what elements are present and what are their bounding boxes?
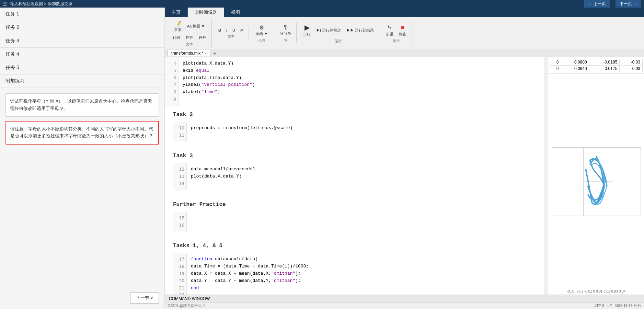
table-row: 9 [550,66,561,72]
ribbon-btn-run[interactable]: ▶ 运行 [301,22,313,38]
ribbon-btn-control[interactable]: 控件 [183,34,196,41]
ribbon-btn-italic[interactable]: I [224,27,230,33]
hamburger-icon[interactable]: ☰ [3,1,7,7]
ribbon-btn-run-advance[interactable]: ▶| 运行并前进 [314,27,343,34]
tasks145-title: Tasks 1, 4, & 5 [173,243,536,249]
ribbon-group-format-label: 文本 [228,34,234,39]
ribbon-btn-bold[interactable]: B [216,27,223,33]
ribbon-group-debug: ⤷ 步进 ■ 停止 运行 [381,22,412,44]
code-line-11 [191,132,531,139]
code-editor[interactable]: 456789 plot(data.X,data.Y) axis equal pl… [165,57,544,295]
tab-live-editor[interactable]: 实时编辑器 [188,8,224,17]
ribbon-btn-mono[interactable]: M [238,27,246,33]
code-line-22 [191,291,531,295]
code-line-5: axis equal [183,67,540,75]
sidebar-content: 尝试可视化字母（Y 对 X），以确保它们以原点为中心。检查代码是否无需任何修改即… [0,88,164,293]
prev-page-button[interactable]: ← 上一页 [584,0,610,8]
code-line-17: function data=scale(data) [191,256,531,263]
sidebar-item-practice[interactable]: 附加练习 [0,75,164,88]
task-description-text2: 请注意，字母的大小不应影响其分类。不同的人书写的字母大小不同。您是否可以添加更多… [10,126,153,139]
ribbon-toolbar: 📝 文本 Aa 标题 ▼ 代码 控件 任务 文本 B [165,17,644,49]
code-line-12: data =readall(preprocds) [191,166,531,173]
file-tab-close[interactable]: × [205,52,207,55]
ribbon-btn-step[interactable]: ⤷ 步进 [383,23,396,38]
section-task2: Task 2 1011 preprocds = transform(letter… [165,106,544,148]
ribbon-group-run-label: 运行 [335,39,342,44]
code-line-4: plot(data.X,data.Y) [183,60,540,67]
ribbon-btn-section-break[interactable]: ¶ 分节符 [277,23,294,37]
ribbon-btn-code[interactable]: 代码 [170,34,183,41]
table-cell-val6: -0.03 [620,66,643,72]
sidebar-item-task2[interactable]: 任务 2 [0,21,164,34]
code-block-top[interactable]: plot(data.X,data.Y) axis equal plot(data… [179,57,544,106]
line-numbers-fp: 1516 [173,212,187,232]
ribbon-group-text-label: 文本 [186,42,193,47]
line-numbers-task2: 1011 [173,122,187,142]
table-cell-val5: -0.0175 [589,66,620,72]
next-section-button[interactable]: 下一节 > [130,293,159,304]
ribbon-btn-underline[interactable]: U [230,27,238,33]
sidebar-item-task4[interactable]: 任务 4 [0,48,164,61]
code-line-10: preprocds = transform(letterds,@scale) [191,125,531,132]
sidebar-item-task3[interactable]: 任务 3 [0,34,164,48]
code-line-6: plot(data.Time,data.Y) [183,75,540,82]
next-btn-container: 下一节 > [0,293,164,309]
code-line-21: end [191,285,531,292]
further-practice-title: Further Practice [173,202,536,208]
restructure-icon: ⚙ [259,24,264,31]
ribbon-btn-stop[interactable]: ■ 停止 [396,23,409,38]
ribbon-btn-task[interactable]: 任务 [196,34,209,41]
ribbon-group-section-label: 节 [284,38,287,43]
ribbon-btn-text[interactable]: 📝 文本 [172,19,184,33]
ribbon-group-format: B I U M 文本 [213,26,249,39]
plot-axis-labels: -0.03 -0.02 -0.01 0 0.01 0.02 0.03 0.04 [548,289,644,295]
ribbon-group-code-label: 代码 [258,38,265,43]
task2-title: Task 2 [173,112,536,118]
task3-title: Task 3 [173,153,536,159]
line-numbers-task3: 121314 [173,163,187,190]
code-line-15 [191,215,531,222]
code-line-18: data.Time = (data.Time - data.Time(1))/1… [191,263,531,270]
scrollbar[interactable] [544,57,548,295]
sidebar: 任务 1 任务 2 任务 3 任务 4 任务 5 附加练习 尝试可视化字母（Y … [0,8,165,309]
ribbon-btn-run-to-end[interactable]: ▶▶ 运行到结果 [344,27,376,34]
text-icon: 📝 [174,20,181,27]
ribbon-btn-restructure[interactable]: ⚙ 重构 ▼ [253,23,270,37]
sidebar-item-task1[interactable]: 任务 1 [0,8,164,21]
status-source: CSDN @勃力其准么弁 [168,303,206,308]
code-line-14 [191,180,531,187]
status-info: UTF-8 LF 编辑 行 13 列分 [594,303,641,308]
ribbon-group-debug-label: 运行 [393,38,400,43]
table-cell-val1: 0.0800 [561,59,589,66]
tab-home[interactable]: 主页 [165,8,188,17]
tab-view[interactable]: 视图 [224,8,247,17]
ribbon-group-run: ▶ 运行 ▶| 运行并前进 ▶▶ 运行到结果 运行 [298,22,379,44]
code-line-9 [183,96,540,103]
code-line-16 [191,222,531,229]
table-cell-val4: 0.0940 [561,66,589,72]
output-table-container: 8 0.0800 -0.0185 -0.03 9 0.0940 -0.0175 … [548,57,644,74]
section-further-practice: Further Practice 1516 [165,196,544,238]
main-layout: 任务 1 任务 2 任务 3 任务 4 任务 5 附加练习 尝试可视化字母（Y … [0,8,644,309]
table-cell-val3: -0.03 [620,59,643,66]
ribbon-tabs: 主页 实时编辑器 视图 [165,8,644,17]
code-line-7: ylabel("Vertical position") [183,81,540,89]
file-tab-transformds[interactable]: transformds.mlx * × [168,50,210,56]
command-window-tab[interactable]: COMMAND WINDOW [165,295,644,302]
ribbon-group-restructure: ⚙ 重构 ▼ 代码 [250,23,273,44]
file-tab-add[interactable]: + [210,50,219,57]
code-line-19: data.X = data.X - mean(data.X,"omitnan")… [191,270,531,277]
file-tabs: transformds.mlx * × + [165,49,644,57]
ribbon-btn-label[interactable]: Aa 标题 ▼ [185,23,207,30]
stop-icon: ■ [401,24,405,31]
table-row: 8 [550,59,561,66]
command-window-label: COMMAND WINDOW [169,296,210,301]
ribbon-group-text: 📝 文本 Aa 标题 ▼ 代码 控件 任务 文本 [168,19,212,47]
editor-area: 456789 plot(data.X,data.Y) axis equal pl… [165,57,644,295]
section-task3: Task 3 121314 data =readall(preprocds) p… [165,147,544,196]
plot-svg [552,147,641,216]
task-description-box2: 请注意，字母的大小不应影响其分类。不同的人书写的字母大小不同。您是否可以添加更多… [5,121,159,145]
task-description-box1: 尝试可视化字母（Y 对 X），以确保它们以原点为中心。检查代码是否无需任何修改即… [5,93,159,117]
next-page-button[interactable]: 下一页 → [616,0,641,8]
sidebar-item-task5[interactable]: 任务 5 [0,61,164,75]
